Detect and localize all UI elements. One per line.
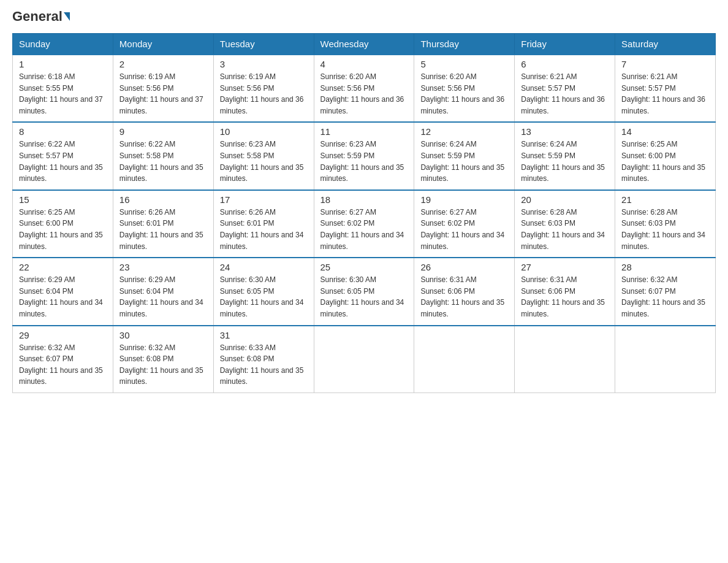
calendar-header-row: SundayMondayTuesdayWednesdayThursdayFrid… (13, 34, 716, 55)
day-number: 11 (320, 126, 408, 137)
day-info: Sunrise: 6:27 AMSunset: 6:02 PMDaylight:… (320, 207, 408, 252)
day-info: Sunrise: 6:32 AMSunset: 6:07 PMDaylight:… (19, 342, 107, 388)
calendar-day-cell: 25 Sunrise: 6:30 AMSunset: 6:05 PMDaylig… (314, 258, 414, 325)
calendar-week-row: 1 Sunrise: 6:18 AMSunset: 5:55 PMDayligh… (13, 55, 716, 122)
day-number: 5 (420, 59, 508, 69)
day-info: Sunrise: 6:20 AMSunset: 5:56 PMDaylight:… (420, 71, 508, 117)
calendar-day-cell: 3 Sunrise: 6:19 AMSunset: 5:56 PMDayligh… (213, 55, 314, 122)
day-info: Sunrise: 6:23 AMSunset: 5:59 PMDaylight:… (320, 139, 408, 184)
day-number: 17 (220, 194, 308, 205)
day-info: Sunrise: 6:22 AMSunset: 5:58 PMDaylight:… (119, 139, 207, 184)
day-number: 24 (220, 262, 308, 272)
day-info: Sunrise: 6:29 AMSunset: 6:04 PMDaylight:… (119, 274, 207, 320)
day-info: Sunrise: 6:26 AMSunset: 6:01 PMDaylight:… (119, 207, 207, 252)
day-info: Sunrise: 6:32 AMSunset: 6:08 PMDaylight:… (119, 342, 207, 388)
logo-triangle-icon (64, 12, 70, 21)
day-info: Sunrise: 6:33 AMSunset: 6:08 PMDaylight:… (220, 342, 308, 388)
calendar-header-monday: Monday (113, 34, 213, 55)
calendar-day-cell: 5 Sunrise: 6:20 AMSunset: 5:56 PMDayligh… (414, 55, 515, 122)
calendar-day-cell: 21 Sunrise: 6:28 AMSunset: 6:03 PMDaylig… (615, 190, 716, 258)
calendar-day-cell: 30 Sunrise: 6:32 AMSunset: 6:08 PMDaylig… (113, 326, 213, 393)
calendar-day-cell (414, 326, 515, 393)
calendar-header-tuesday: Tuesday (213, 34, 314, 55)
day-info: Sunrise: 6:25 AMSunset: 6:00 PMDaylight:… (621, 139, 709, 184)
day-number: 25 (320, 262, 408, 272)
day-number: 27 (521, 262, 609, 272)
day-number: 12 (420, 126, 508, 137)
calendar-header-saturday: Saturday (615, 34, 716, 55)
day-number: 15 (19, 194, 107, 205)
day-info: Sunrise: 6:19 AMSunset: 5:56 PMDaylight:… (119, 71, 207, 117)
day-number: 13 (521, 126, 609, 137)
day-number: 7 (621, 59, 709, 69)
calendar-day-cell: 2 Sunrise: 6:19 AMSunset: 5:56 PMDayligh… (113, 55, 213, 122)
calendar-day-cell: 28 Sunrise: 6:32 AMSunset: 6:07 PMDaylig… (615, 258, 716, 325)
logo-general2: General (12, 9, 63, 25)
day-info: Sunrise: 6:20 AMSunset: 5:56 PMDaylight:… (320, 71, 408, 117)
calendar-day-cell: 8 Sunrise: 6:22 AMSunset: 5:57 PMDayligh… (13, 122, 113, 190)
calendar-week-row: 15 Sunrise: 6:25 AMSunset: 6:00 PMDaylig… (13, 190, 716, 258)
day-number: 30 (119, 330, 207, 340)
calendar-day-cell: 26 Sunrise: 6:31 AMSunset: 6:06 PMDaylig… (414, 258, 515, 325)
calendar-day-cell: 13 Sunrise: 6:24 AMSunset: 5:59 PMDaylig… (515, 122, 615, 190)
day-number: 20 (521, 194, 609, 205)
day-info: Sunrise: 6:24 AMSunset: 5:59 PMDaylight:… (521, 139, 609, 184)
day-info: Sunrise: 6:22 AMSunset: 5:57 PMDaylight:… (19, 139, 107, 184)
logo: General (12, 12, 71, 23)
day-number: 28 (621, 262, 709, 272)
day-number: 29 (19, 330, 107, 340)
calendar-day-cell: 31 Sunrise: 6:33 AMSunset: 6:08 PMDaylig… (213, 326, 314, 393)
calendar-day-cell (515, 326, 615, 393)
calendar-day-cell: 15 Sunrise: 6:25 AMSunset: 6:00 PMDaylig… (13, 190, 113, 258)
calendar-day-cell: 20 Sunrise: 6:28 AMSunset: 6:03 PMDaylig… (515, 190, 615, 258)
calendar-day-cell: 29 Sunrise: 6:32 AMSunset: 6:07 PMDaylig… (13, 326, 113, 393)
calendar-week-row: 29 Sunrise: 6:32 AMSunset: 6:07 PMDaylig… (13, 326, 716, 393)
calendar-table: SundayMondayTuesdayWednesdayThursdayFrid… (12, 33, 716, 393)
calendar-header-friday: Friday (515, 34, 615, 55)
calendar-header-thursday: Thursday (414, 34, 515, 55)
day-number: 26 (420, 262, 508, 272)
day-number: 21 (621, 194, 709, 205)
day-number: 19 (420, 194, 508, 205)
day-number: 10 (220, 126, 308, 137)
day-info: Sunrise: 6:21 AMSunset: 5:57 PMDaylight:… (521, 71, 609, 117)
day-number: 18 (320, 194, 408, 205)
calendar-day-cell: 4 Sunrise: 6:20 AMSunset: 5:56 PMDayligh… (314, 55, 414, 122)
calendar-day-cell (615, 326, 716, 393)
day-number: 23 (119, 262, 207, 272)
day-info: Sunrise: 6:28 AMSunset: 6:03 PMDaylight:… (621, 207, 709, 252)
day-number: 16 (119, 194, 207, 205)
calendar-day-cell: 22 Sunrise: 6:29 AMSunset: 6:04 PMDaylig… (13, 258, 113, 325)
day-number: 9 (119, 126, 207, 137)
calendar-week-row: 22 Sunrise: 6:29 AMSunset: 6:04 PMDaylig… (13, 258, 716, 325)
calendar-day-cell: 11 Sunrise: 6:23 AMSunset: 5:59 PMDaylig… (314, 122, 414, 190)
day-info: Sunrise: 6:31 AMSunset: 6:06 PMDaylight:… (420, 274, 508, 320)
day-info: Sunrise: 6:25 AMSunset: 6:00 PMDaylight:… (19, 207, 107, 252)
calendar-day-cell: 7 Sunrise: 6:21 AMSunset: 5:57 PMDayligh… (615, 55, 716, 122)
day-number: 14 (621, 126, 709, 137)
day-number: 4 (320, 59, 408, 69)
calendar-week-row: 8 Sunrise: 6:22 AMSunset: 5:57 PMDayligh… (13, 122, 716, 190)
day-info: Sunrise: 6:23 AMSunset: 5:58 PMDaylight:… (220, 139, 308, 184)
calendar-day-cell: 14 Sunrise: 6:25 AMSunset: 6:00 PMDaylig… (615, 122, 716, 190)
calendar-header-sunday: Sunday (13, 34, 113, 55)
day-info: Sunrise: 6:32 AMSunset: 6:07 PMDaylight:… (621, 274, 709, 320)
calendar-day-cell: 17 Sunrise: 6:26 AMSunset: 6:01 PMDaylig… (213, 190, 314, 258)
day-info: Sunrise: 6:26 AMSunset: 6:01 PMDaylight:… (220, 207, 308, 252)
calendar-day-cell: 6 Sunrise: 6:21 AMSunset: 5:57 PMDayligh… (515, 55, 615, 122)
day-info: Sunrise: 6:28 AMSunset: 6:03 PMDaylight:… (521, 207, 609, 252)
calendar-day-cell: 27 Sunrise: 6:31 AMSunset: 6:06 PMDaylig… (515, 258, 615, 325)
calendar-day-cell: 10 Sunrise: 6:23 AMSunset: 5:58 PMDaylig… (213, 122, 314, 190)
calendar-day-cell: 24 Sunrise: 6:30 AMSunset: 6:05 PMDaylig… (213, 258, 314, 325)
day-info: Sunrise: 6:24 AMSunset: 5:59 PMDaylight:… (420, 139, 508, 184)
day-number: 1 (19, 59, 107, 69)
calendar-day-cell: 12 Sunrise: 6:24 AMSunset: 5:59 PMDaylig… (414, 122, 515, 190)
calendar-day-cell (314, 326, 414, 393)
day-info: Sunrise: 6:30 AMSunset: 6:05 PMDaylight:… (220, 274, 308, 320)
calendar-day-cell: 18 Sunrise: 6:27 AMSunset: 6:02 PMDaylig… (314, 190, 414, 258)
day-number: 2 (119, 59, 207, 69)
day-info: Sunrise: 6:27 AMSunset: 6:02 PMDaylight:… (420, 207, 508, 252)
page-header: General (12, 12, 716, 23)
calendar-header-wednesday: Wednesday (314, 34, 414, 55)
calendar-day-cell: 1 Sunrise: 6:18 AMSunset: 5:55 PMDayligh… (13, 55, 113, 122)
